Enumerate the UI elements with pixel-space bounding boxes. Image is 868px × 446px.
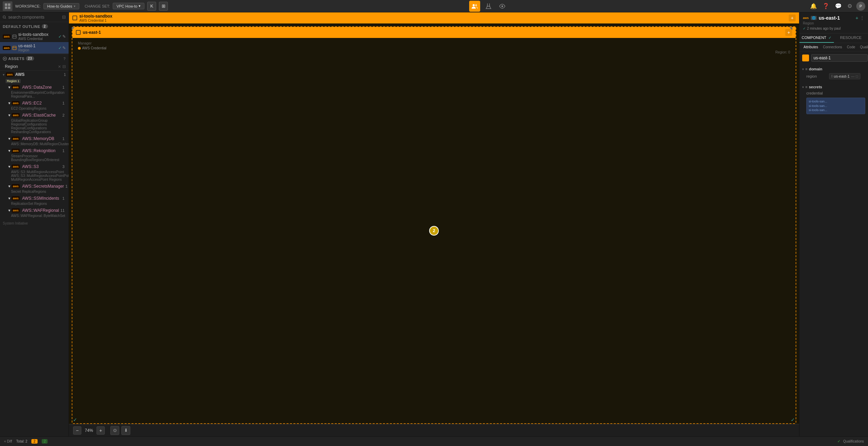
section-secrets: ▾ ≡ secrets credential si-tools-san... s… xyxy=(802,84,865,114)
status-bar: ≈ Diff Total: 2 2 2 ✓ Qualifications xyxy=(0,436,868,446)
assets-section: ASSETS 23 ? ✕ ⊟ ▾ aws AWS 1 xyxy=(0,54,69,436)
region-badge: Region 1 xyxy=(6,79,21,83)
memorydb-header[interactable]: ▾ aws AWS::MemoryDB 1 xyxy=(7,136,66,142)
ssmincidents-header[interactable]: ▾ aws AWS::SSMIncidents 1 xyxy=(7,195,66,201)
ec2-header[interactable]: ▾ aws AWS::EC2 1 xyxy=(7,100,66,106)
zoom-in-btn[interactable]: + xyxy=(97,426,105,435)
rekognition-header[interactable]: ▾ aws AWS::Rekognition 1 xyxy=(7,148,66,154)
asset-subgroup-datazone: ▾ aws AWS::DataZone 1 EnvironmentBluepri… xyxy=(0,83,69,99)
item-1-name: si-tools-sandbox xyxy=(18,32,57,37)
region-field-edit[interactable]: □ xyxy=(856,75,858,78)
aws-badge-s3: aws xyxy=(12,165,20,169)
region-field-dash: — xyxy=(851,75,855,78)
secretsmanager-label: AWS::SecretsManager xyxy=(22,184,64,189)
secretsmanager-header[interactable]: ▾ aws AWS::SecretsManager 1 xyxy=(7,183,66,189)
tab-resource[interactable]: RESOURCE xyxy=(834,33,868,43)
svg-rect-1 xyxy=(8,3,10,6)
ssmincidents-types: ReplicationSet Regions xyxy=(7,201,66,206)
assets-search-input[interactable] xyxy=(5,64,57,69)
change-set-name: VPC How-to xyxy=(117,4,138,8)
gear-icon[interactable]: ⚙ xyxy=(846,1,854,11)
flask-nav-btn[interactable] xyxy=(483,1,494,12)
download-btn[interactable]: ⬇ xyxy=(121,426,130,435)
secrets-icon: ≡ xyxy=(805,85,807,89)
right-plus-btn[interactable]: + xyxy=(856,15,858,21)
right-name-input[interactable] xyxy=(811,54,868,62)
domain-label: domain xyxy=(809,67,822,71)
box-icon-2 xyxy=(12,46,17,50)
assets-help-icon[interactable]: ? xyxy=(63,57,66,61)
inner-frame-icon xyxy=(76,30,81,35)
right-dots-btn[interactable]: ⋮ xyxy=(860,15,865,21)
users-nav-btn[interactable] xyxy=(469,1,480,12)
item-2-sub: Region xyxy=(18,48,57,52)
canvas-add-btn[interactable]: + xyxy=(789,14,796,21)
right-tabs: COMPONENT ✓ RESOURCE xyxy=(799,33,868,43)
workspace-logo xyxy=(3,1,12,11)
filter-icon[interactable]: ⊟ xyxy=(62,14,66,20)
status-badge-1: 2 xyxy=(31,439,38,444)
datazone-header[interactable]: ▾ aws AWS::DataZone 1 xyxy=(7,84,66,90)
orange-dot xyxy=(78,47,81,50)
workspace-selector[interactable]: How-to Guides ▾ xyxy=(43,3,79,9)
secrets-chevron: ▾ xyxy=(802,85,804,89)
subtab-attributes[interactable]: Attributes xyxy=(801,44,820,50)
s3-label: AWS::S3 xyxy=(22,164,39,169)
zoom-value: 74% xyxy=(83,428,95,433)
right-timestamp-row: ✓ 2 minutes ago by paul xyxy=(803,27,865,30)
change-set-selector[interactable]: VPC How-to ▾ xyxy=(113,3,145,9)
ssmincidents-chevron: ▾ xyxy=(8,196,10,201)
wafregional-chevron: ▾ xyxy=(8,208,10,213)
credential-field-row: credential xyxy=(802,90,865,96)
tab-component[interactable]: COMPONENT ✓ xyxy=(799,33,834,43)
right-title: us-east-1 xyxy=(819,15,840,21)
subtab-qualifications[interactable]: Qualificati... xyxy=(858,44,868,50)
search-input[interactable] xyxy=(8,15,60,20)
asset-group-aws: ▾ aws AWS 1 Region 1 ▾ aws AWS::DataZone… xyxy=(0,71,69,219)
b-shortcut-btn[interactable]: ⊞ xyxy=(159,2,168,11)
svg-rect-20 xyxy=(76,30,80,34)
credential-preview: si-tools-san... si-tools-san... si-tools… xyxy=(806,98,865,114)
datazone-types: EnvironmentBlueprintConfiguration Region… xyxy=(7,90,66,99)
elasticache-header[interactable]: ▾ aws AWS::ElastiCache 2 xyxy=(7,112,66,118)
bell-icon[interactable]: 🔔 xyxy=(809,1,818,11)
domain-section-header[interactable]: ▾ ≡ domain xyxy=(802,66,865,72)
aws-group-header[interactable]: ▾ aws AWS 1 xyxy=(0,71,69,78)
bottom-icons: ⊙ ⬇ xyxy=(110,426,130,435)
canvas-content: us-east-1 + Manager AWS Credential Regio… xyxy=(69,23,799,436)
right-content: 3 ⧉ ▾ ≡ domain region I us-east-1 — □ xyxy=(799,51,868,436)
recenter-btn[interactable]: ⊙ xyxy=(110,426,119,435)
section-domain: ▾ ≡ domain region I us-east-1 — □ xyxy=(802,66,865,80)
aws-badge-rek: aws xyxy=(12,149,20,153)
assets-filter-icon[interactable]: ⊟ xyxy=(62,64,66,69)
outline-item-si-tools[interactable]: aws si-tools-sandbox AWS Credential ✓ ✎ xyxy=(0,31,69,42)
assets-search-icon xyxy=(3,65,3,69)
zoom-out-btn[interactable]: − xyxy=(73,426,81,435)
svg-rect-2 xyxy=(5,7,7,9)
eye-nav-btn[interactable] xyxy=(497,1,508,12)
avatar[interactable]: P xyxy=(856,2,865,11)
subtab-connections[interactable]: Connections xyxy=(821,44,844,50)
secrets-section-header[interactable]: ▾ ≡ secrets xyxy=(802,84,865,90)
item-2-icons: ✓ ✎ xyxy=(58,46,66,50)
outline-count-badge: 2 xyxy=(42,24,48,29)
outline-header: DEFAULT OUTLINE 2 xyxy=(0,22,69,31)
manager-label: Manager xyxy=(78,41,91,45)
s3-header[interactable]: ▾ aws AWS::S3 3 xyxy=(7,163,66,170)
right-aws-label: aws xyxy=(803,16,809,20)
region-0-label: Region: 0 xyxy=(775,50,790,54)
right-name-row: 3 ⧉ xyxy=(802,54,865,62)
aws-badge-2: aws xyxy=(3,46,11,50)
right-subtabs: Attributes Connections Code Qualificati.… xyxy=(799,43,868,51)
outline-item-us-east-1[interactable]: aws us-east-1 Region ✓ ✎ xyxy=(0,42,69,53)
svg-point-5 xyxy=(475,4,477,6)
item-2-name: us-east-1 xyxy=(18,43,57,48)
discord-icon[interactable]: 💬 xyxy=(834,1,843,11)
wafregional-header[interactable]: ▾ aws AWS::WAFRegional 11 xyxy=(7,207,66,214)
canvas-item-icon xyxy=(72,16,77,20)
k-shortcut-btn[interactable]: K xyxy=(147,2,156,11)
status-diff[interactable]: ≈ Diff xyxy=(4,439,12,443)
subtab-code[interactable]: Code xyxy=(845,44,857,50)
assets-clear-icon[interactable]: ✕ xyxy=(58,65,61,69)
help-icon[interactable]: ❓ xyxy=(821,1,831,11)
